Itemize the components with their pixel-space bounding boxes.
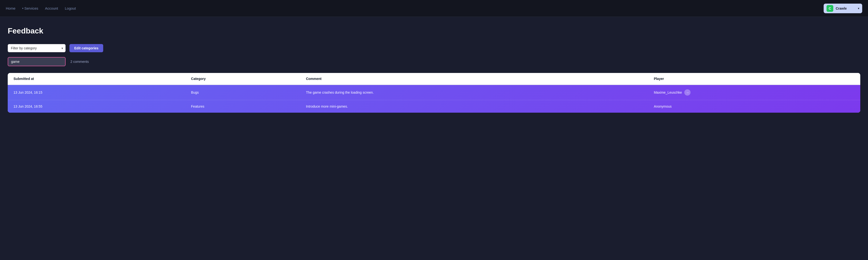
main-content: Feedback Filter by category ▾ Edit categ… bbox=[0, 17, 868, 122]
player-name: Anonymous bbox=[654, 105, 672, 108]
page-title: Feedback bbox=[8, 27, 860, 35]
cell-comment: Introduce more mini-games. bbox=[300, 100, 648, 113]
filter-category-select[interactable]: Filter by category bbox=[8, 44, 66, 52]
table-header: Submitted at Category Comment Player bbox=[8, 73, 860, 85]
user-chevron-icon: ▾ bbox=[858, 7, 859, 10]
col-submitted-at: Submitted at bbox=[8, 73, 185, 85]
nav-right: C Crawle ▾ bbox=[824, 4, 862, 13]
col-category: Category bbox=[185, 73, 300, 85]
table-row: 13 Jun 2024, 16:15BugsThe game crashes d… bbox=[8, 85, 860, 100]
services-chevron-icon: ▾ bbox=[22, 7, 23, 10]
table-body: 13 Jun 2024, 16:15BugsThe game crashes d… bbox=[8, 85, 860, 113]
cell-comment: The game crashes during the loading scre… bbox=[300, 85, 648, 100]
search-row: 2 comments bbox=[8, 57, 860, 66]
table-row: 13 Jun 2024, 16:55FeaturesIntroduce more… bbox=[8, 100, 860, 113]
cell-category: Features bbox=[185, 100, 300, 113]
col-player: Player bbox=[648, 73, 860, 85]
nav-links: Home ▾ Services Account Logout bbox=[6, 6, 824, 10]
player-name: Maxime_Leuschke bbox=[654, 90, 682, 95]
edit-categories-button[interactable]: Edit categories bbox=[69, 44, 103, 52]
comments-count: 2 comments bbox=[70, 60, 89, 64]
player-cell: Anonymous bbox=[654, 105, 855, 108]
search-input[interactable] bbox=[8, 57, 66, 66]
user-dropdown[interactable]: C Crawle ▾ bbox=[824, 4, 862, 13]
col-comment: Comment bbox=[300, 73, 648, 85]
nav-home[interactable]: Home bbox=[6, 6, 16, 10]
filter-select-wrapper: Filter by category ▾ bbox=[8, 44, 66, 52]
feedback-table: Submitted at Category Comment Player 13 … bbox=[8, 73, 860, 113]
table-header-row: Submitted at Category Comment Player bbox=[8, 73, 860, 85]
cell-player: Anonymous bbox=[648, 100, 860, 113]
user-avatar: C bbox=[827, 5, 833, 12]
player-cell: Maxime_Leuschke→ bbox=[654, 89, 855, 96]
cell-submitted-at: 13 Jun 2024, 16:55 bbox=[8, 100, 185, 113]
cell-submitted-at: 13 Jun 2024, 16:15 bbox=[8, 85, 185, 100]
feedback-table-container: Submitted at Category Comment Player 13 … bbox=[8, 73, 860, 113]
player-link-arrow[interactable]: → bbox=[684, 89, 690, 96]
user-name-label: Crawle bbox=[836, 6, 856, 10]
nav-services-label: Services bbox=[24, 6, 38, 10]
nav-account[interactable]: Account bbox=[45, 6, 58, 10]
nav-services-dropdown[interactable]: ▾ Services bbox=[22, 6, 38, 10]
nav-logout[interactable]: Logout bbox=[65, 6, 76, 10]
cell-category: Bugs bbox=[185, 85, 300, 100]
filter-row: Filter by category ▾ Edit categories bbox=[8, 44, 860, 52]
cell-player: Maxime_Leuschke→ bbox=[648, 85, 860, 100]
navbar: Home ▾ Services Account Logout C Crawle … bbox=[0, 0, 868, 17]
